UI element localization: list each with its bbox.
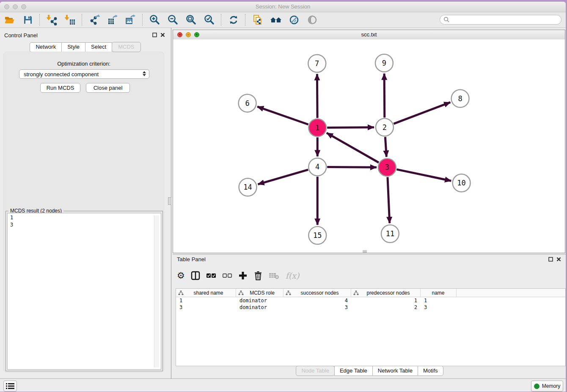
cell-successor-nodes[interactable]: 3 [284,304,351,311]
graph-node-7[interactable]: 7 [308,55,326,72]
hide-graphics-details-button[interactable] [303,13,321,27]
close-panel-icon[interactable] [556,257,561,262]
cell-predecessor-nodes[interactable]: 1 [351,297,421,304]
columns-icon [191,271,200,280]
export-table-button[interactable] [103,13,121,27]
delete-table-button-disabled [269,269,280,282]
network-canvas[interactable]: 1234678910111415 [173,39,565,253]
import-table-button[interactable] [61,13,79,27]
zoom-selected-button[interactable] [200,13,218,27]
canvas-scroll-thumb[interactable] [363,250,367,253]
graph-node-11[interactable]: 11 [381,225,399,243]
cell-successor-nodes[interactable]: 4 [284,297,351,304]
add-column-button[interactable] [238,269,248,282]
edge-4-3[interactable] [327,167,377,168]
graph-node-8[interactable]: 8 [451,90,469,108]
column-header-predecessor-nodes[interactable]: predecessor nodes [351,289,421,297]
first-neighbors-button[interactable] [267,13,285,27]
import-network-button[interactable] [43,13,61,27]
graph-node-6[interactable]: 6 [239,94,256,112]
graph-node-10[interactable]: 10 [453,174,471,192]
tab-select[interactable]: Select [85,42,112,52]
edge-3-1[interactable] [327,133,379,163]
tab-network[interactable]: Network [30,42,62,52]
plus-icon [238,271,248,280]
toolbar-separator [82,14,83,26]
zoom-out-button[interactable] [164,13,182,27]
copy-network-icon [252,14,263,25]
close-panel-button[interactable]: Close panel [86,83,130,93]
edge-1-7[interactable] [317,74,317,118]
show-console-button[interactable] [3,381,17,392]
mcds-result-text[interactable]: 1 3 [7,213,161,370]
tab-node-table[interactable]: Node Table [296,366,335,376]
cell-name[interactable]: 3 [421,304,457,311]
table-toolbar: ⚙ f(x) [177,267,299,284]
export-image-button[interactable] [121,13,140,27]
node-table[interactable]: shared name MCDS role successor nodes pr… [176,288,566,366]
graph-node-15[interactable]: 15 [308,226,326,244]
graph-node-9[interactable]: 9 [375,54,393,72]
zoom-fit-button[interactable] [182,13,200,27]
graph-node-14[interactable]: 14 [239,178,257,196]
delete-column-button[interactable] [253,269,263,282]
network-window-titlebar[interactable]: × − + scc.txt [173,30,565,40]
memory-button[interactable]: Memory [531,381,563,392]
cell-mcds-role[interactable]: dominator [236,304,284,311]
edge-4-14[interactable] [258,170,308,185]
save-session-button[interactable] [19,13,37,27]
cell-mcds-role[interactable]: dominator [236,297,284,304]
float-panel-icon[interactable] [548,257,553,262]
toggle-columns-button[interactable] [191,269,200,282]
desktop: Session: New Session [0,0,567,392]
open-session-button[interactable] [0,13,19,27]
table-row[interactable]: 1 dominator 4 1 1 [176,297,565,304]
deselect-all-button[interactable] [222,269,232,282]
cell-shared-name[interactable]: 1 [176,297,236,304]
tab-edge-table[interactable]: Edge Table [334,366,373,376]
cell-predecessor-nodes[interactable]: 2 [351,304,421,311]
column-header-mcds-role[interactable]: MCDS role [236,289,284,297]
tab-style[interactable]: Style [61,42,85,52]
run-mcds-button[interactable]: Run MCDS [40,83,80,93]
cell-shared-name[interactable]: 3 [176,304,236,311]
zoom-in-button[interactable] [146,13,164,27]
splitter-grip[interactable] [168,197,171,205]
close-panel-icon[interactable] [160,33,165,37]
select-all-button[interactable] [206,269,216,282]
tab-mcds[interactable]: MCDS [112,42,140,52]
table-settings-button[interactable]: ⚙ [177,269,185,282]
edge-3-10[interactable] [396,169,451,181]
edge-1-2[interactable] [327,127,374,128]
graph-node-3[interactable]: 3 [378,158,396,176]
graph-node-1[interactable]: 1 [308,119,326,137]
column-header-shared-name[interactable]: shared name [176,289,236,297]
table-row[interactable]: 3 dominator 3 2 3 [176,304,565,311]
show-graphics-details-button[interactable] [285,13,303,27]
new-network-from-selection-button[interactable] [248,13,267,27]
network-graph[interactable]: 1234678910111415 [173,39,565,253]
checked-boxes-icon [206,273,216,279]
edge-1-6[interactable] [257,107,308,124]
graph-node-4[interactable]: 4 [308,158,326,176]
edge-2-8[interactable] [394,102,450,124]
edge-3-11[interactable] [388,177,390,223]
float-panel-icon[interactable] [152,33,157,37]
save-disk-icon [23,15,33,25]
edge-2-9[interactable] [384,74,385,118]
optimization-criterion-select[interactable]: strongly connected component [19,69,149,79]
tab-network-table[interactable]: Network Table [372,366,418,376]
search-box[interactable] [440,15,561,25]
result-scrollbar[interactable] [154,215,159,367]
edge-2-3[interactable] [385,137,386,157]
svg-text:4: 4 [315,163,319,171]
cell-name[interactable]: 1 [421,297,457,304]
tab-motifs[interactable]: Motifs [418,366,443,376]
graph-node-2[interactable]: 2 [376,119,394,136]
column-header-name[interactable]: name [421,289,457,297]
network-window: × − + scc.txt 1234678910111415 [173,30,565,253]
search-input[interactable] [452,17,561,23]
apply-layout-button[interactable] [224,13,242,27]
column-header-successor-nodes[interactable]: successor nodes [284,289,351,297]
export-network-button[interactable] [85,13,103,27]
